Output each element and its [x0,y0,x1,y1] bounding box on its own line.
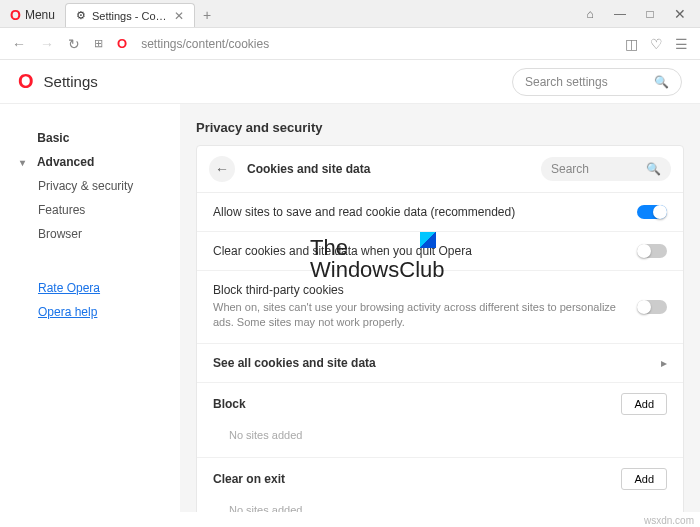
page-title: Settings [44,73,98,90]
subsection-clear-on-exit: Clear on exit Add No sites added [197,458,683,512]
toggle-allow-cookies[interactable] [637,205,667,219]
opera-logo-icon: O [10,7,21,23]
new-tab-button[interactable]: + [195,3,219,27]
minimize-button[interactable]: — [606,3,634,25]
search-placeholder: Search settings [525,75,646,89]
row-clear-on-quit: Clear cookies and site data when you qui… [197,232,683,271]
address-bar: ← → ↻ ⊞ O settings/content/cookies ◫ ♡ ☰ [0,28,700,60]
block-empty-text: No sites added [213,423,667,443]
maximize-button[interactable]: □ [636,3,664,25]
settings-header: O Settings Search settings 🔍 [0,60,700,104]
sidebar-item-features[interactable]: Features [20,198,168,222]
clear-exit-empty-text: No sites added [213,498,667,512]
more-menu-icon[interactable]: ☰ [675,36,688,52]
settings-sidebar: Basic ▾ Advanced Privacy & security Feat… [0,104,180,512]
forward-icon[interactable]: → [40,36,54,52]
url-text[interactable]: settings/content/cookies [141,37,611,51]
card-header: ← Cookies and site data Search 🔍 [197,146,683,193]
tab-title: Settings - Cookies and site [92,10,168,22]
opera-url-icon: O [117,36,127,51]
sidebar-link-rate-opera[interactable]: Rate Opera [20,276,168,300]
toggle-clear-on-quit[interactable] [637,244,667,258]
reload-icon[interactable]: ↻ [68,36,80,52]
row-see-all-cookies[interactable]: See all cookies and site data ▸ [197,344,683,383]
settings-content: Privacy and security ← Cookies and site … [180,104,700,512]
search-icon: 🔍 [654,75,669,89]
card-title: Cookies and site data [247,162,529,176]
chevron-down-icon: ▾ [20,157,30,168]
chevron-right-icon: ▸ [661,356,667,370]
close-tab-icon[interactable]: ✕ [174,9,184,23]
sidebar-item-privacy-security[interactable]: Privacy & security [20,174,168,198]
row-block-third-party: Block third-party cookies When on, sites… [197,271,683,344]
camera-icon[interactable]: ◫ [625,36,638,52]
search-settings-input[interactable]: Search settings 🔍 [512,68,682,96]
heart-icon[interactable]: ♡ [650,36,663,52]
titlebar: O Menu ⚙ Settings - Cookies and site ✕ +… [0,0,700,28]
browser-tab[interactable]: ⚙ Settings - Cookies and site ✕ [65,3,195,27]
menu-button[interactable]: O Menu [0,3,65,27]
section-title: Privacy and security [196,120,684,135]
cookies-card: ← Cookies and site data Search 🔍 Allow s… [196,145,684,512]
sidebar-item-advanced[interactable]: ▾ Advanced [20,150,168,174]
sidebar-item-browser[interactable]: Browser [20,222,168,246]
gear-icon: ⚙ [76,9,86,22]
sidebar-toggle-icon[interactable]: ⌂ [576,3,604,25]
footer-credit: wsxdn.com [644,514,694,527]
speed-dial-icon[interactable]: ⊞ [94,37,103,50]
row-allow-cookies: Allow sites to save and read cookie data… [197,193,683,232]
sidebar-item-basic[interactable]: Basic [20,126,168,150]
arrow-left-icon: ← [215,161,229,177]
card-search-input[interactable]: Search 🔍 [541,157,671,181]
menu-label: Menu [25,8,55,22]
opera-logo-icon: O [18,70,34,93]
sidebar-link-opera-help[interactable]: Opera help [20,300,168,324]
add-clear-on-exit-button[interactable]: Add [621,468,667,490]
close-window-button[interactable]: ✕ [666,3,694,25]
search-icon: 🔍 [646,162,661,176]
back-button[interactable]: ← [209,156,235,182]
subsection-block: Block Add No sites added [197,383,683,458]
toggle-block-third-party[interactable] [637,300,667,314]
add-block-button[interactable]: Add [621,393,667,415]
back-icon[interactable]: ← [12,36,26,52]
